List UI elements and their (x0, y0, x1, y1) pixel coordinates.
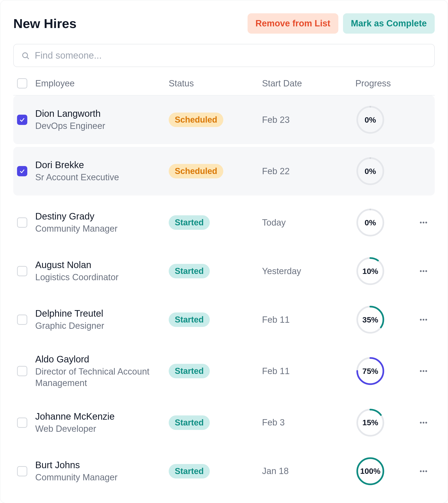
row-checkbox[interactable] (17, 366, 27, 376)
employee-name: August Nolan (35, 259, 169, 271)
remove-from-list-button[interactable]: Remove from List (248, 13, 338, 34)
progress-value: 15% (355, 408, 385, 438)
progress-ring: 100% (355, 456, 385, 486)
column-header-employee: Employee (35, 79, 169, 88)
start-date: Jan 18 (262, 466, 289, 476)
row-more-button[interactable] (418, 266, 429, 277)
employee-name: Destiny Grady (35, 210, 169, 222)
start-date: Feb 23 (262, 115, 289, 125)
table-row: Dori BrekkeSr Account ExecutiveScheduled… (13, 147, 435, 195)
start-date: Yesterday (262, 266, 301, 276)
page-title: New Hires (13, 16, 77, 31)
progress-ring: 0% (355, 208, 385, 237)
row-more-button[interactable] (418, 314, 429, 325)
row-checkbox[interactable] (17, 115, 27, 125)
status-badge: Started (169, 464, 210, 478)
employee-title: DevOps Engineer (35, 120, 169, 132)
svg-line-1 (27, 57, 29, 59)
svg-point-10 (425, 222, 427, 223)
column-header-progress: Progress (355, 79, 416, 88)
row-more-button[interactable] (418, 366, 429, 377)
more-horizontal-icon (419, 418, 428, 427)
svg-point-35 (425, 470, 427, 472)
employee-name: Dori Brekke (35, 159, 169, 171)
employee-title: Community Manager (35, 223, 169, 235)
status-badge: Started (169, 415, 210, 430)
status-badge: Started (169, 215, 210, 230)
search-field[interactable] (13, 44, 435, 67)
start-date: Feb 11 (262, 366, 289, 376)
employee-title: Graphic Designer (35, 320, 169, 332)
column-header-start-date: Start Date (262, 79, 355, 88)
status-badge: Scheduled (169, 113, 223, 127)
employee-name: Delphine Treutel (35, 308, 169, 319)
row-checkbox[interactable] (17, 418, 27, 428)
header-actions: Remove from List Mark as Complete (248, 13, 435, 34)
progress-value: 10% (355, 256, 385, 286)
employee-title: Sr Account Executive (35, 172, 169, 183)
progress-ring: 0% (355, 156, 385, 186)
header-row: New Hires Remove from List Mark as Compl… (13, 13, 435, 34)
row-checkbox[interactable] (17, 466, 27, 476)
progress-value: 0% (355, 105, 385, 135)
employee-name: Aldo Gaylord (35, 353, 169, 365)
start-date: Feb 3 (262, 418, 285, 427)
more-horizontal-icon (419, 267, 428, 276)
row-more-button[interactable] (418, 217, 429, 228)
start-date: Today (262, 218, 286, 227)
employee-name: Dion Langworth (35, 108, 169, 119)
progress-ring: 75% (355, 356, 385, 386)
start-date: Feb 11 (262, 315, 289, 325)
hires-table: Employee Status Start Date Progress Dion… (13, 78, 435, 496)
svg-point-13 (420, 270, 422, 272)
status-badge: Scheduled (169, 164, 223, 178)
svg-point-8 (420, 222, 422, 223)
row-more-button[interactable] (418, 417, 429, 428)
svg-point-20 (425, 319, 427, 320)
new-hires-card: New Hires Remove from List Mark as Compl… (0, 0, 448, 503)
svg-point-14 (423, 270, 424, 272)
svg-point-24 (423, 370, 424, 372)
employee-title: Community Manager (35, 472, 169, 483)
svg-point-28 (420, 422, 422, 423)
table-row: August NolanLogistics CoordinatorStarted… (13, 247, 435, 295)
progress-ring: 0% (355, 105, 385, 135)
svg-point-30 (425, 422, 427, 423)
row-checkbox[interactable] (17, 315, 27, 325)
row-checkbox[interactable] (17, 166, 27, 176)
progress-ring: 10% (355, 256, 385, 286)
status-badge: Started (169, 364, 210, 378)
select-all-checkbox[interactable] (17, 78, 27, 88)
row-checkbox[interactable] (17, 266, 27, 276)
start-date: Feb 22 (262, 166, 289, 176)
more-horizontal-icon (419, 315, 428, 324)
table-body: Dion LangworthDevOps EngineerScheduledFe… (13, 96, 435, 496)
progress-value: 100% (355, 456, 385, 486)
employee-title: Logistics Coordinator (35, 272, 169, 283)
progress-value: 35% (355, 305, 385, 335)
more-horizontal-icon (419, 467, 428, 476)
progress-ring: 15% (355, 408, 385, 438)
status-badge: Started (169, 264, 210, 278)
progress-ring: 35% (355, 305, 385, 335)
table-row: Aldo GaylordDirector of Technical Accoun… (13, 344, 435, 398)
column-header-status: Status (169, 79, 262, 88)
employee-title: Web Developer (35, 423, 169, 435)
search-icon (21, 51, 30, 60)
svg-point-33 (420, 470, 422, 472)
row-more-button[interactable] (418, 466, 429, 477)
table-row: Delphine TreutelGraphic DesignerStartedF… (13, 295, 435, 344)
more-horizontal-icon (419, 366, 428, 376)
svg-point-23 (420, 370, 422, 372)
table-row: Dion LangworthDevOps EngineerScheduledFe… (13, 96, 435, 144)
row-checkbox[interactable] (17, 218, 27, 228)
status-badge: Started (169, 312, 210, 327)
svg-point-29 (423, 422, 424, 423)
svg-point-15 (425, 270, 427, 272)
table-row: Burt JohnsCommunity ManagerStartedJan 18… (13, 447, 435, 496)
progress-value: 75% (355, 356, 385, 386)
mark-as-complete-button[interactable]: Mark as Complete (343, 13, 435, 34)
employee-name: Burt Johns (35, 459, 169, 471)
employee-title: Director of Technical Account Management (35, 366, 169, 389)
search-input[interactable] (34, 50, 427, 61)
